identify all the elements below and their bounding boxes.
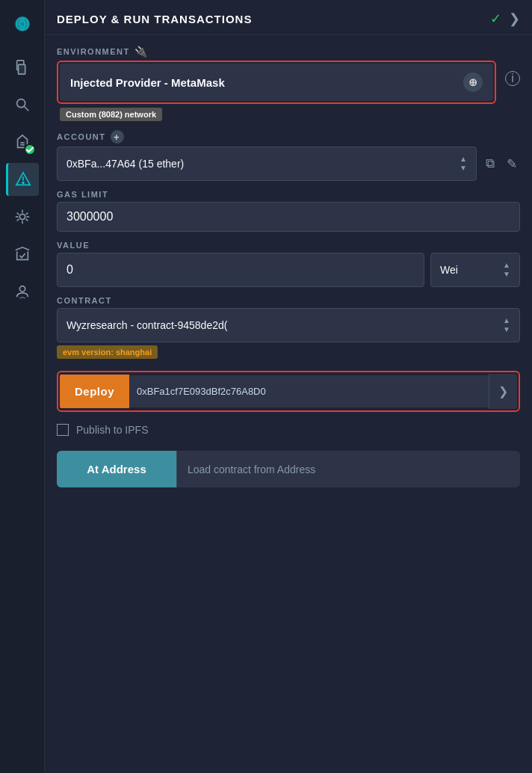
contract-label: CONTRACT — [57, 296, 520, 305]
environment-section: ENVIRONMENT 🔌 Injected Provider - MetaMa… — [57, 46, 520, 121]
at-address-button[interactable]: At Address — [57, 451, 176, 487]
publish-label: Publish to IPFS — [76, 424, 149, 436]
at-address-row: At Address Load contract from Address — [57, 451, 520, 487]
deploy-section: Deploy 0xBFa1cf7E093dBf2c76A8D0 ❯ — [57, 368, 520, 412]
svg-line-20 — [16, 219, 19, 221]
svg-line-17 — [25, 219, 28, 221]
svg-point-5 — [16, 99, 25, 108]
deploy-row: Deploy 0xBFa1cf7E093dBf2c76A8D0 ❯ — [60, 374, 517, 409]
network-badge: Custom (8082) network — [60, 108, 162, 121]
account-arrows-icon: ▲ ▼ — [460, 155, 467, 173]
environment-value: Injected Provider - MetaMask — [70, 76, 225, 89]
svg-rect-4 — [18, 64, 25, 74]
value-input[interactable] — [57, 253, 424, 287]
publish-row: Publish to IPFS — [57, 421, 520, 439]
collapse-icon[interactable]: ❯ — [509, 10, 520, 27]
add-account-button[interactable]: + — [111, 130, 124, 144]
header-icons: ✓ ❯ — [490, 10, 520, 27]
sidebar-item-deploy[interactable] — [6, 163, 39, 196]
edit-account-button[interactable]: ✎ — [504, 153, 520, 175]
environment-label: ENVIRONMENT 🔌 — [57, 46, 520, 58]
sidebar-item-files[interactable] — [6, 51, 39, 84]
gas-limit-section: GAS LIMIT — [57, 190, 520, 232]
svg-point-22 — [19, 286, 25, 292]
environment-select[interactable]: Injected Provider - MetaMask ⊕ — [60, 64, 493, 101]
svg-point-12 — [22, 182, 24, 184]
sidebar-item-search[interactable] — [6, 88, 39, 121]
contract-arrows-icon: ▲ ▼ — [503, 316, 510, 334]
svg-point-13 — [19, 214, 25, 219]
info-icon[interactable]: i — [505, 71, 520, 86]
value-section: VALUE Wei ▲ ▼ — [57, 241, 520, 287]
deploy-address-input[interactable]: 0xBFa1cf7E093dBf2c76A8D0 — [129, 375, 489, 407]
contract-section: CONTRACT Wyzresearch - contract-9458de2d… — [57, 296, 520, 359]
sidebar — [0, 0, 45, 773]
check-icon: ✓ — [490, 10, 501, 27]
panel-content: ENVIRONMENT 🔌 Injected Provider - MetaMa… — [45, 35, 532, 498]
sidebar-item-compile[interactable] — [6, 126, 39, 158]
evm-badge: evm version: shanghai — [57, 345, 158, 359]
main-panel: DEPLOY & RUN TRANSACTIONS ✓ ❯ ENVIRONMEN… — [45, 0, 532, 773]
svg-point-0 — [15, 16, 30, 31]
account-row: 0xBFa...47A64 (15 ether) ▲ ▼ ⧉ ✎ — [57, 147, 520, 181]
svg-line-6 — [24, 107, 28, 111]
sidebar-logo[interactable] — [6, 7, 39, 40]
value-label: VALUE — [57, 241, 520, 250]
publish-checkbox[interactable] — [57, 424, 69, 436]
account-label: ACCOUNT + — [57, 130, 520, 144]
plug-icon: 🔌 — [134, 46, 149, 58]
panel-header: DEPLOY & RUN TRANSACTIONS ✓ ❯ — [45, 0, 532, 35]
sidebar-item-verify[interactable] — [6, 238, 39, 271]
gas-limit-input[interactable] — [57, 202, 520, 232]
contract-value: Wyzresearch - contract-9458de2d( — [66, 319, 227, 331]
compile-badge — [24, 144, 36, 155]
deploy-box: Deploy 0xBFa1cf7E093dBf2c76A8D0 ❯ — [57, 371, 520, 412]
wei-value: Wei — [440, 264, 458, 276]
env-dropdown-icon[interactable]: ⊕ — [463, 73, 483, 92]
svg-line-16 — [16, 213, 19, 215]
copy-account-button[interactable]: ⧉ — [483, 153, 498, 174]
svg-line-21 — [25, 213, 28, 215]
account-value: 0xBFa...47A64 (15 ether) — [66, 158, 184, 170]
wei-arrows-icon: ▲ ▼ — [503, 261, 510, 279]
wei-select[interactable]: Wei ▲ ▼ — [430, 253, 520, 287]
value-row: Wei ▲ ▼ — [57, 253, 520, 287]
deploy-chevron-icon[interactable]: ❯ — [489, 374, 517, 409]
contract-select[interactable]: Wyzresearch - contract-9458de2d( ▲ ▼ — [57, 308, 520, 342]
environment-box: Injected Provider - MetaMask ⊕ — [57, 61, 496, 104]
account-section: ACCOUNT + 0xBFa...47A64 (15 ether) ▲ ▼ ⧉… — [57, 130, 520, 181]
deploy-button[interactable]: Deploy — [60, 375, 129, 408]
panel-title: DEPLOY & RUN TRANSACTIONS — [57, 13, 252, 25]
sidebar-item-docs[interactable] — [6, 275, 39, 308]
sidebar-item-debug[interactable] — [6, 200, 39, 233]
load-contract-button[interactable]: Load contract from Address — [176, 451, 520, 487]
account-select[interactable]: 0xBFa...47A64 (15 ether) ▲ ▼ — [57, 147, 477, 181]
gas-limit-label: GAS LIMIT — [57, 190, 520, 199]
